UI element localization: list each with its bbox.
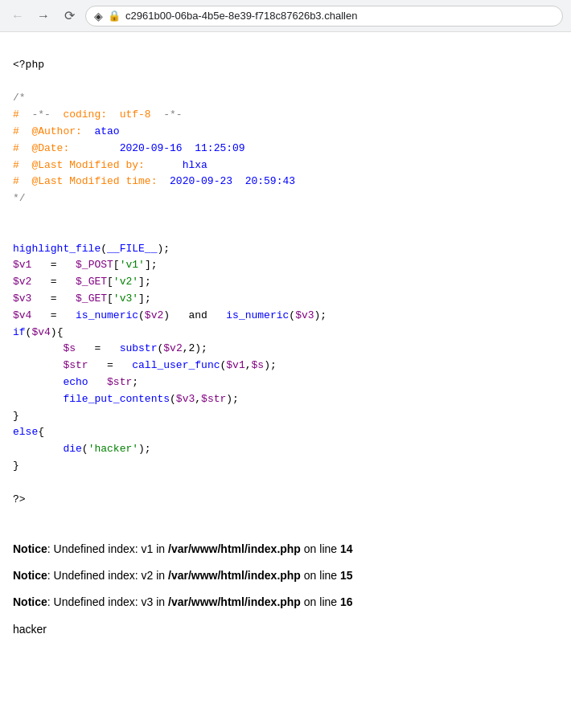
var-v3: $v3 [13, 292, 31, 305]
notice-label-3: Notice [13, 595, 47, 608]
code-block: <?php /* # -*- coding: utf-8 -*- # @Auth… [13, 40, 558, 525]
notice-2: Notice: Undefined index: v2 in /var/www/… [13, 566, 558, 586]
notice-suffix-2: on line [301, 569, 340, 582]
notice-line-1: 14 [340, 542, 353, 555]
notice-3: Notice: Undefined index: v3 in /var/www/… [13, 592, 558, 612]
var-v2: $v2 [13, 276, 31, 288]
lock-icon: 🔒 [108, 10, 121, 22]
comment-open: /* [13, 92, 26, 104]
var-v1: $v1 [13, 259, 31, 271]
notice-line-2: 15 [340, 569, 353, 582]
browser-toolbar: ← → ⟳ ◈ 🔒 c2961b00-06ba-4b5e-8e39-f718c8… [0, 0, 571, 32]
comment-close: */ [13, 192, 26, 204]
notice-text-1: : Undefined index: v1 in [47, 542, 168, 555]
reload-button[interactable]: ⟳ [60, 6, 79, 26]
comment-line-5: # @Last Modified time: 2020-09-23 20:59:… [13, 175, 295, 187]
php-open-tag: <?php [13, 59, 44, 71]
url-text: c2961b00-06ba-4b5e-8e39-f718c87626b3.cha… [125, 10, 357, 22]
page-content: <?php /* # -*- coding: utf-8 -*- # @Auth… [0, 32, 571, 533]
notice-path-3: /var/www/html/index.php [168, 595, 301, 608]
if-keyword: if [13, 326, 26, 338]
address-bar[interactable]: ◈ 🔒 c2961b00-06ba-4b5e-8e39-f718c87626b3… [85, 6, 563, 27]
forward-button[interactable]: → [34, 6, 53, 26]
notice-text-2: : Undefined index: v2 in [47, 569, 168, 582]
notice-label-2: Notice [13, 569, 47, 582]
comment-line-4: # @Last Modified by: hlxa [13, 159, 207, 171]
hacker-output: hacker [13, 620, 558, 640]
notice-1: Notice: Undefined index: v1 in /var/www/… [13, 539, 558, 559]
shield-icon: ◈ [94, 10, 103, 22]
notices-section: Notice: Undefined index: v1 in /var/www/… [0, 533, 571, 646]
notice-path-1: /var/www/html/index.php [168, 542, 301, 555]
notice-line-3: 16 [340, 595, 353, 608]
comment-line-1: # -*- coding: utf-8 -*- [13, 108, 183, 121]
var-v4: $v4 [13, 309, 31, 321]
back-button[interactable]: ← [8, 6, 27, 26]
comment-line-3: # @Date: 2020-09-16 11:25:09 [13, 142, 245, 154]
notice-path-2: /var/www/html/index.php [168, 569, 301, 582]
notice-text-3: : Undefined index: v3 in [47, 595, 168, 608]
fn-highlight-file: highlight_file [13, 243, 101, 255]
notice-suffix-3: on line [301, 595, 340, 608]
notice-label-1: Notice [13, 542, 47, 555]
comment-line-2: # @Author: atao [13, 125, 120, 137]
notice-suffix-1: on line [301, 542, 340, 555]
